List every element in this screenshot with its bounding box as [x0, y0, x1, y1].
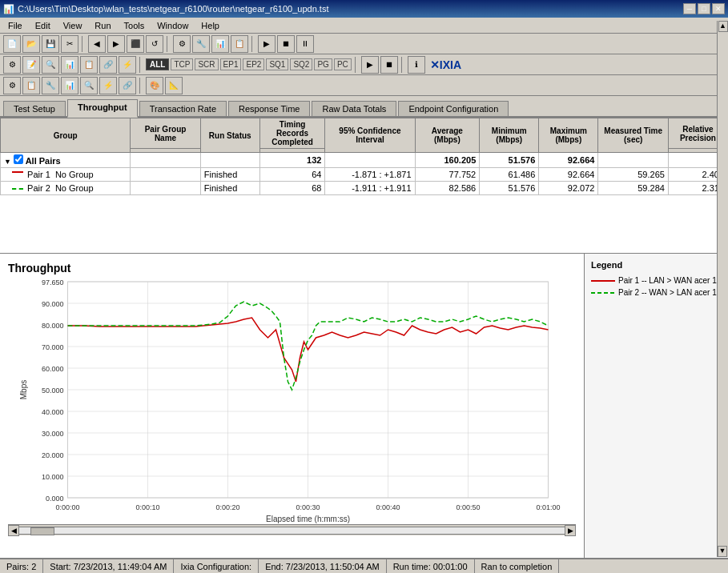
cell-all-name [131, 153, 200, 168]
tb3-btn6[interactable]: ⚡ [99, 77, 117, 94]
proto-ep2[interactable]: EP2 [243, 58, 264, 70]
open-button[interactable]: 📂 [22, 35, 40, 53]
cell-p2-group: Pair 2 No Group [1, 182, 131, 195]
status-ixia-config: Ixia Configuration: [174, 559, 259, 573]
window-title: C:\Users\Tim\Desktop\wlan_tests\netgear_… [18, 4, 328, 14]
tb-btn-10[interactable]: 🔧 [192, 35, 210, 53]
info-btn[interactable]: ℹ [408, 56, 425, 74]
col-header-confidence: 95% Confidence Interval [325, 118, 415, 153]
tab-endpoint-config[interactable]: Endpoint Configuration [398, 101, 509, 116]
cell-p2-name [131, 182, 200, 195]
sep3 [251, 36, 255, 52]
svg-text:0:00:00: 0:00:00 [55, 503, 79, 511]
sep2 [167, 36, 170, 52]
tab-raw-data[interactable]: Raw Data Totals [312, 101, 396, 116]
legend-scroll-down[interactable]: ▼ [718, 546, 727, 557]
proto-scr[interactable]: SCR [195, 58, 218, 70]
tb-btn-5[interactable]: ◀ [88, 35, 106, 53]
svg-text:60.000: 60.000 [42, 365, 64, 373]
status-completion: Ran to completion [475, 559, 560, 573]
menu-run[interactable]: Run [88, 19, 117, 32]
cell-p2-records: 68 [259, 182, 325, 195]
tb2-btn4[interactable]: 📊 [61, 56, 78, 74]
menu-help[interactable]: Help [195, 19, 226, 32]
tb3-btn3[interactable]: 🔧 [42, 77, 59, 94]
menu-view[interactable]: View [57, 19, 89, 32]
tb-btn-15[interactable]: ⏸ [296, 35, 314, 53]
save-button[interactable]: 💾 [42, 35, 59, 53]
proto-sq2[interactable]: SQ2 [290, 58, 312, 70]
tb2-btn5[interactable]: 📋 [80, 56, 98, 74]
tabs-bar: Test Setup Throughput Transaction Rate R… [0, 96, 728, 118]
tb-btn-13[interactable]: ▶ [258, 35, 276, 53]
svg-text:90.000: 90.000 [42, 300, 64, 308]
menu-file[interactable]: File [2, 19, 29, 32]
legend-label-pair2: Pair 2 -- WAN > LAN acer 1 [618, 288, 717, 297]
status-run-time: Run time: 00:01:00 [387, 559, 475, 573]
all-pairs-checkbox[interactable] [14, 154, 23, 164]
tab-response-time[interactable]: Response Time [228, 101, 310, 116]
tb-btn-11[interactable]: 📊 [211, 35, 229, 53]
legend-label-pair1: Pair 1 -- LAN > WAN acer 1 [618, 276, 717, 285]
scroll-left-btn[interactable]: ◀ [8, 525, 19, 536]
tb2-btn7[interactable]: ⚡ [119, 56, 136, 74]
scroll-thumb[interactable] [30, 527, 54, 535]
sep7 [139, 78, 143, 94]
legend-scroll-up[interactable]: ▲ [718, 21, 728, 32]
stop-btn[interactable]: ⏹ [380, 56, 398, 74]
cell-p2-status: Finished [200, 182, 259, 195]
svg-text:0:00:20: 0:00:20 [215, 503, 239, 511]
svg-text:0:01:00: 0:01:00 [536, 503, 560, 511]
proto-pc[interactable]: PC [334, 58, 352, 70]
toolbar-1: 📄 📂 💾 ✂ ◀ ▶ ⬛ ↺ ⚙ 🔧 📊 📋 ▶ ⏹ ⏸ [0, 34, 728, 54]
new-button[interactable]: 📄 [3, 35, 21, 53]
tb3-btn1[interactable]: ⚙ [3, 77, 21, 94]
tb3-btn9[interactable]: 📐 [165, 77, 183, 94]
tb3-btn8[interactable]: 🎨 [146, 77, 163, 94]
cell-p2-average: 82.586 [415, 182, 480, 195]
chart-area: Throughput [0, 254, 728, 558]
chart-scrollbar-h[interactable]: ◀ ▶ [8, 524, 576, 535]
play-btn[interactable]: ▶ [361, 56, 379, 74]
proto-sq1[interactable]: SQ1 [266, 58, 288, 70]
menu-window[interactable]: Window [151, 19, 195, 32]
minimize-button[interactable]: ─ [683, 3, 696, 14]
restore-button[interactable]: □ [698, 3, 710, 14]
tb2-btn2[interactable]: 📝 [22, 56, 40, 74]
menu-edit[interactable]: Edit [29, 19, 57, 32]
tab-transaction-rate[interactable]: Transaction Rate [139, 101, 227, 116]
tb2-btn1[interactable]: ⚙ [3, 56, 21, 74]
tb3-btn7[interactable]: 🔗 [119, 77, 136, 94]
proto-ep1[interactable]: EP1 [220, 58, 242, 70]
tb-btn-6[interactable]: ▶ [107, 35, 125, 53]
tb-btn-4[interactable]: ✂ [61, 35, 78, 53]
chart-main: Throughput [0, 254, 584, 558]
tb3-btn2[interactable]: 📋 [22, 77, 40, 94]
scroll-right-btn[interactable]: ▶ [565, 525, 576, 536]
tb2-btn3[interactable]: 🔍 [42, 56, 59, 74]
tb-btn-9[interactable]: ⚙ [173, 35, 191, 53]
col-header-group: Group [1, 118, 131, 153]
tb-btn-8[interactable]: ↺ [146, 35, 163, 53]
chart-title: Throughput [8, 262, 576, 274]
tab-throughput[interactable]: Throughput [67, 99, 138, 118]
tb-btn-14[interactable]: ⏹ [277, 35, 295, 53]
status-start: Start: 7/23/2013, 11:49:04 AM [43, 559, 174, 573]
toolbar-2: ⚙ 📝 🔍 📊 📋 🔗 ⚡ ALL TCP SCR EP1 EP2 SQ1 SQ… [0, 54, 728, 75]
proto-pg[interactable]: PG [314, 58, 332, 70]
proto-tcp[interactable]: TCP [171, 58, 193, 70]
tb2-btn6[interactable]: 🔗 [99, 56, 117, 74]
tb-btn-7[interactable]: ⬛ [127, 35, 144, 53]
tb-btn-12[interactable]: 📋 [231, 35, 248, 53]
all-badge[interactable]: ALL [146, 58, 169, 70]
expand-icon[interactable]: ▼ [4, 158, 11, 166]
svg-text:Mbps: Mbps [19, 380, 28, 399]
status-end: End: 7/23/2013, 11:50:04 AM [259, 559, 387, 573]
tab-test-setup[interactable]: Test Setup [3, 101, 66, 116]
tb3-btn4[interactable]: 📊 [61, 77, 78, 94]
legend-line-pair2 [591, 290, 615, 296]
tb3-btn5[interactable]: 🔍 [80, 77, 98, 94]
menu-tools[interactable]: Tools [118, 19, 151, 32]
close-button[interactable]: ✕ [712, 3, 725, 14]
legend-scrollbar-v[interactable]: ▲ ▼ [717, 21, 728, 557]
